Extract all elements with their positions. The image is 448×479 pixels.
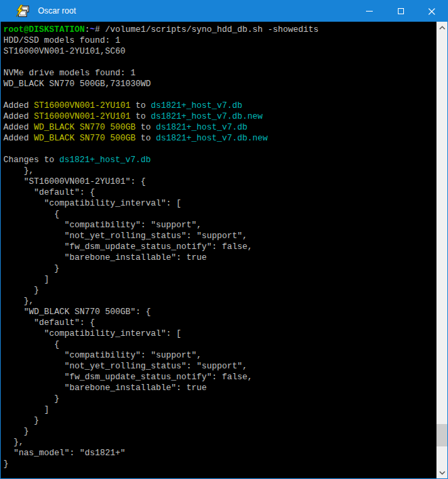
terminal-line: ST16000VN001-2YU101,SC60: [3, 46, 436, 57]
close-icon: [428, 8, 435, 15]
terminal-line: }: [3, 459, 436, 470]
terminal-line: }: [3, 415, 436, 426]
terminal-line: "default": {: [3, 187, 436, 198]
terminal-output[interactable]: root@DISKSTATION:~# /volume1/scripts/syn…: [1, 22, 436, 478]
terminal-line: "compatibility_interval": [: [3, 198, 436, 209]
terminal-line: "compatibility": "support",: [3, 350, 436, 361]
terminal-line: Added ST16000VN001-2YU101 to ds1821+_hos…: [3, 111, 436, 122]
scroll-up-button[interactable]: [436, 22, 447, 33]
terminal-line: HDD/SSD models found: 1: [3, 35, 436, 46]
terminal-line: "nas_model": "ds1821+": [3, 448, 436, 459]
terminal-line: Changes to ds1821+_host_v7.db: [3, 155, 436, 166]
close-button[interactable]: [416, 1, 447, 22]
terminal-line: }: [3, 426, 436, 437]
terminal-line: Added WD_BLACK SN770 500GB to ds1821+_ho…: [3, 133, 436, 144]
terminal-line: Added ST16000VN001-2YU101 to ds1821+_hos…: [3, 100, 436, 111]
terminal-line: [3, 90, 436, 100]
terminal-line: {: [3, 339, 436, 350]
terminal-line: Added WD_BLACK SN770 500GB to ds1821+_ho…: [3, 122, 436, 133]
terminal-line: ]: [3, 404, 436, 415]
terminal-line: "compatibility_interval": [: [3, 328, 436, 339]
terminal-line: },: [3, 296, 436, 307]
terminal-line: {: [3, 209, 436, 220]
scroll-down-button[interactable]: [436, 467, 447, 478]
terminal-line: }: [3, 285, 436, 296]
terminal-line: "not_yet_rolling_status": "support",: [3, 361, 436, 372]
terminal-line: root@DISKSTATION:~# /volume1/scripts/syn…: [3, 24, 436, 35]
window-title: Oscar root: [38, 1, 76, 22]
terminal-line: "fw_dsm_update_status_notify": false,: [3, 372, 436, 383]
chevron-down-icon: [439, 471, 445, 475]
terminal-line: "barebone_installable": true: [3, 383, 436, 394]
scrollbar[interactable]: [436, 22, 447, 478]
minimize-button[interactable]: [354, 1, 385, 22]
terminal-line: "default": {: [3, 318, 436, 328]
terminal-line: NVMe drive models found: 1: [3, 68, 436, 79]
title-bar[interactable]: Oscar root: [1, 1, 447, 22]
maximize-button[interactable]: [385, 1, 416, 22]
putty-terminal-icon[interactable]: [16, 5, 29, 18]
terminal-line: ]: [3, 274, 436, 285]
terminal-line: "barebone_installable": true: [3, 252, 436, 263]
terminal-line: }: [3, 394, 436, 404]
chevron-up-icon: [439, 26, 445, 30]
terminal-line: [3, 57, 436, 68]
terminal-line: WD_BLACK SN770 500GB,731030WD: [3, 79, 436, 90]
terminal-line: }: [3, 263, 436, 274]
minimize-icon: [366, 11, 373, 12]
terminal-line: },: [3, 166, 436, 176]
putty-window: Oscar root root@DISKSTATION:~# /volume1/…: [0, 0, 448, 479]
terminal-line: "ST16000VN001-2YU101": {: [3, 176, 436, 187]
maximize-icon: [398, 8, 404, 14]
terminal-line: [3, 144, 436, 155]
terminal-line: "WD_BLACK SN770 500GB": {: [3, 307, 436, 318]
terminal-line: },: [3, 437, 436, 448]
terminal-line: "compatibility": "support",: [3, 220, 436, 231]
terminal-line: "fw_dsm_update_status_notify": false,: [3, 242, 436, 252]
terminal-line: "not_yet_rolling_status": "support",: [3, 231, 436, 242]
caption-buttons: [354, 1, 447, 22]
scrollbar-thumb[interactable]: [436, 424, 447, 446]
